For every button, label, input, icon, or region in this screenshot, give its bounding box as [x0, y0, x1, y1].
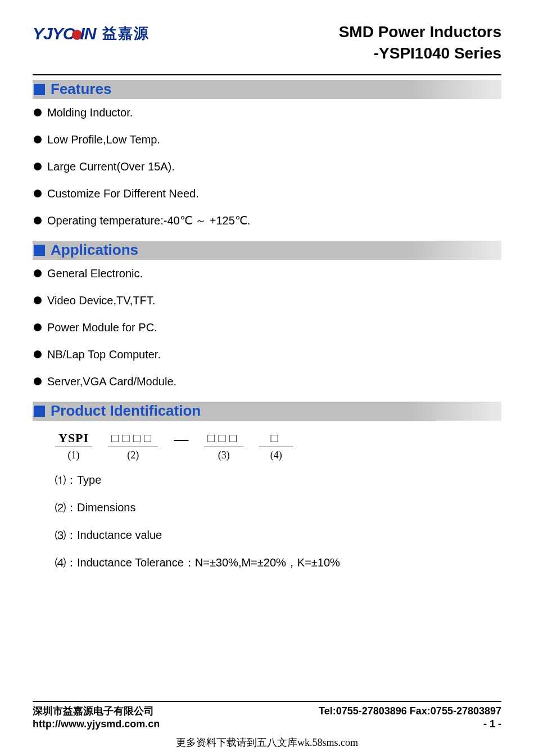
footer-row-2: http://www.yjysmd.com.cn - 1 - [33, 718, 501, 730]
legend-row: ⑵：Dimensions [55, 500, 501, 515]
id-index: (3) [204, 449, 243, 461]
contact-info: Tel:0755-27803896 Fax:0755-27803897 [319, 704, 501, 718]
square-marker-icon [34, 84, 45, 95]
id-code: YSPI [55, 431, 92, 447]
brand-logo: YJYCIN 益嘉源 [33, 21, 150, 43]
list-item: Power Module for PC. [34, 321, 501, 334]
application-text: Server,VGA Card/Module. [47, 375, 177, 388]
section-header-product-id: Product Identification [33, 402, 501, 421]
square-marker-icon [34, 406, 45, 417]
document-title: SMD Power Inductors -YSPI1040 Series [339, 21, 501, 64]
watermark-text: 更多资料下载请到五八文库wk.58sms.com [0, 736, 534, 749]
features-list: Molding Inductor. Low Profile,Low Temp. … [33, 106, 501, 227]
list-item: Video Device,TV,TFT. [34, 294, 501, 307]
feature-text: Customize For Different Need. [47, 187, 199, 200]
title-line-2: -YSPI1040 Series [339, 43, 501, 64]
bullet-icon [34, 190, 42, 197]
bullet-icon [34, 217, 42, 224]
section-header-features: Features [33, 80, 501, 99]
list-item: Operating temperature:-40℃ ～ +125℃. [34, 214, 501, 227]
legend-row: ⑷：Inductance Tolerance：N=±30%,M=±20%，K=±… [55, 555, 501, 570]
section-title: Applications [51, 241, 138, 259]
list-item: General Electronic. [34, 267, 501, 280]
bullet-icon [34, 323, 42, 331]
bullet-icon [34, 136, 42, 143]
legend-num: ⑵ [55, 502, 66, 514]
application-text: Video Device,TV,TFT. [47, 294, 155, 307]
header-row: YJYCIN 益嘉源 SMD Power Inductors -YSPI1040… [33, 21, 501, 64]
id-index: (4) [259, 449, 293, 461]
id-placeholder: □□□□ [108, 431, 158, 447]
footer-divider [33, 701, 501, 702]
product-id-scheme: YSPI (1) □□□□ (2) — □□□ (3) □ (4) [55, 431, 501, 461]
id-part-2: □□□□ (2) [108, 431, 158, 461]
section-header-applications: Applications [33, 241, 501, 260]
bullet-icon [34, 109, 42, 116]
application-text: NB/Lap Top Computer. [47, 348, 161, 361]
id-placeholder: □□□ [204, 431, 243, 447]
logo-mark-left: YJYC [33, 24, 74, 43]
legend-num: ⑶ [55, 529, 66, 541]
list-item: Customize For Different Need. [34, 187, 501, 200]
legend-row: ⑶：Inductance value [55, 528, 501, 543]
id-part-4: □ (4) [259, 431, 293, 461]
footer-row-1: 深圳市益嘉源电子有限公司 Tel:0755-27803896 Fax:0755-… [33, 704, 501, 718]
page-number: - 1 - [483, 718, 501, 730]
application-text: Power Module for PC. [47, 321, 157, 334]
website-url: http://www.yjysmd.com.cn [33, 718, 160, 730]
legend-text: ：Type [66, 474, 101, 486]
feature-text: Molding Inductor. [47, 106, 133, 119]
bullet-icon [34, 350, 42, 358]
id-part-1: YSPI (1) [55, 431, 92, 461]
header-divider [33, 74, 501, 75]
legend-text: ：Dimensions [66, 501, 135, 514]
legend-row: ⑴：Type [55, 472, 501, 488]
list-item: Large Current(Over 15A). [34, 160, 501, 173]
list-item: Server,VGA Card/Module. [34, 375, 501, 388]
legend-text: ：Inductance Tolerance：N=±30%,M=±20%，K=±1… [66, 556, 340, 569]
id-part-3: □□□ (3) [204, 431, 243, 461]
bullet-icon [34, 269, 42, 277]
square-marker-icon [34, 245, 45, 256]
logo-mark-right: IN [80, 24, 96, 43]
list-item: Molding Inductor. [34, 106, 501, 119]
logo-mark: YJYCIN [33, 24, 96, 43]
bullet-icon [34, 377, 42, 385]
bullet-icon [34, 296, 42, 304]
feature-text: Large Current(Over 15A). [47, 160, 175, 173]
id-index: (1) [55, 449, 92, 461]
feature-text: Operating temperature:-40℃ ～ +125℃. [47, 214, 250, 227]
application-text: General Electronic. [47, 267, 143, 280]
title-line-1: SMD Power Inductors [339, 21, 501, 43]
legend-num: ⑴ [55, 474, 66, 486]
bullet-icon [34, 163, 42, 170]
section-title: Product Identification [51, 402, 201, 420]
logo-chinese: 益嘉源 [102, 24, 150, 43]
id-dash: — [174, 431, 188, 448]
section-title: Features [51, 80, 111, 98]
id-placeholder: □ [259, 431, 293, 447]
id-index: (2) [108, 449, 158, 461]
list-item: Low Profile,Low Temp. [34, 133, 501, 146]
product-id-legend: ⑴：Type ⑵：Dimensions ⑶：Inductance value ⑷… [55, 472, 501, 570]
feature-text: Low Profile,Low Temp. [47, 133, 160, 146]
list-item: NB/Lap Top Computer. [34, 348, 501, 361]
legend-num: ⑷ [55, 557, 66, 569]
page-footer: 深圳市益嘉源电子有限公司 Tel:0755-27803896 Fax:0755-… [33, 701, 501, 730]
applications-list: General Electronic. Video Device,TV,TFT.… [33, 267, 501, 388]
legend-text: ：Inductance value [66, 529, 162, 541]
company-name: 深圳市益嘉源电子有限公司 [33, 704, 154, 718]
